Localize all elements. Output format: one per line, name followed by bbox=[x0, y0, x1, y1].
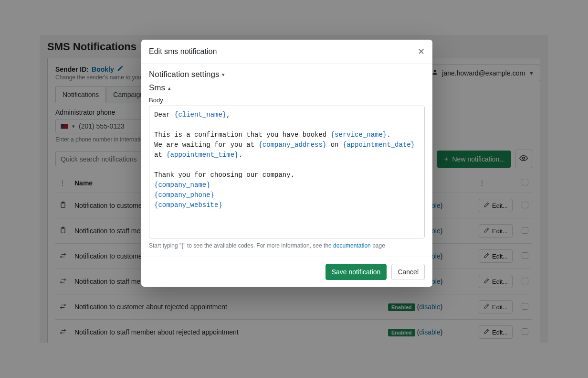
template-placeholder: {company_phone} bbox=[154, 191, 214, 199]
hint-suffix: page bbox=[371, 242, 385, 249]
template-placeholder: {company_address} bbox=[258, 141, 326, 149]
chevron-up-icon: ▴ bbox=[168, 85, 171, 91]
close-button[interactable]: ✕ bbox=[418, 46, 425, 57]
template-placeholder: {appointment_time} bbox=[166, 151, 238, 159]
section-sms[interactable]: Sms ▴ bbox=[149, 83, 425, 93]
modal-title: Edit sms notification bbox=[149, 47, 217, 56]
documentation-link[interactable]: documentation bbox=[333, 242, 371, 249]
template-placeholder: {company_name} bbox=[154, 181, 210, 189]
hint-prefix: Start typing "{" to see the available co… bbox=[149, 242, 333, 249]
edit-sms-modal: Edit sms notification ✕ Notification set… bbox=[141, 40, 432, 287]
editor-hint: Start typing "{" to see the available co… bbox=[149, 238, 425, 254]
close-icon: ✕ bbox=[418, 47, 425, 56]
section-sms-label: Sms bbox=[149, 83, 165, 93]
section-notification-settings[interactable]: Notification settings ▾ bbox=[149, 70, 425, 79]
cancel-button[interactable]: Cancel bbox=[391, 264, 425, 280]
template-placeholder: {appointment_date} bbox=[343, 141, 415, 149]
body-editor[interactable]: Dear {client_name}, This is a confirmati… bbox=[149, 106, 425, 238]
body-label: Body bbox=[149, 97, 425, 104]
template-placeholder: {service_name} bbox=[331, 131, 387, 139]
section-settings-label: Notification settings bbox=[149, 70, 219, 79]
save-notification-button[interactable]: Save notification bbox=[326, 264, 387, 280]
chevron-down-icon: ▾ bbox=[222, 72, 225, 78]
template-placeholder: {company_website} bbox=[154, 201, 222, 209]
template-placeholder: {client_name} bbox=[174, 111, 226, 119]
